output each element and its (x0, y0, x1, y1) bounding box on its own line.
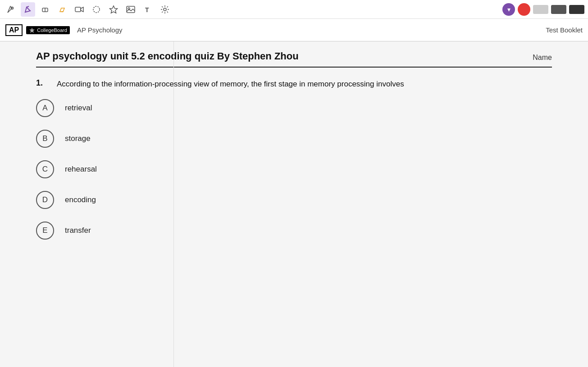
question-text: According to the information-processing … (57, 78, 404, 90)
content-divider (173, 41, 174, 367)
question-text-row: 1. According to the information-processi… (36, 78, 552, 90)
svg-rect-5 (75, 7, 81, 12)
image-icon[interactable] (123, 2, 138, 17)
color-picker-red[interactable] (518, 3, 530, 16)
question-number: 1. (36, 78, 50, 88)
answer-choices: AretrievalBstorageCrehearsalDencodingEtr… (36, 99, 552, 240)
answer-choice-a[interactable]: Aretrieval (36, 99, 552, 117)
test-booklet-label: Test Booklet (546, 26, 583, 34)
main-content: AP psychology unit 5.2 encoding quiz By … (0, 41, 588, 367)
svg-point-6 (93, 6, 100, 13)
video-icon[interactable] (72, 2, 87, 17)
pen-icon[interactable] (21, 2, 35, 17)
stroke-width-medium[interactable] (551, 5, 566, 14)
choice-label-e: transfer (65, 226, 91, 235)
star-icon[interactable] (106, 2, 121, 17)
svg-marker-7 (110, 6, 118, 13)
choice-circle-a: A (36, 99, 54, 117)
title-row: AP psychology unit 5.2 encoding quiz By … (36, 50, 552, 65)
answer-choice-c[interactable]: Crehearsal (36, 160, 552, 178)
svg-line-1 (27, 6, 29, 7)
choice-circle-c: C (36, 160, 54, 178)
answer-choice-d[interactable]: Dencoding (36, 191, 552, 209)
ap-logo: AP (5, 24, 23, 36)
color-picker-purple[interactable]: ▾ (502, 3, 515, 16)
choice-label-c: rehearsal (65, 165, 97, 174)
collegeboard-text: CollegeBoard (37, 27, 67, 33)
choice-label-a: retrieval (65, 104, 92, 113)
quiz-title: AP psychology unit 5.2 encoding quiz By … (36, 50, 299, 62)
highlighter-icon[interactable] (55, 2, 69, 17)
settings-icon[interactable] (158, 2, 172, 17)
choice-circle-e: E (36, 222, 54, 240)
lasso-icon[interactable] (89, 2, 104, 17)
ap-logo-text: AP (9, 26, 19, 34)
stroke-width-thick[interactable] (569, 5, 584, 14)
svg-text:T: T (145, 6, 149, 14)
answer-choice-e[interactable]: Etransfer (36, 222, 552, 240)
header-bar: AP CollegeBoard AP Psychology Test Bookl… (0, 19, 588, 41)
choice-label-b: storage (65, 134, 91, 143)
toolbar: T ▾ (0, 0, 588, 19)
stroke-width-thin[interactable] (533, 5, 548, 14)
eraser-icon[interactable] (38, 2, 52, 17)
collegeboard-badge: CollegeBoard (26, 26, 70, 34)
header-subject: AP Psychology (77, 26, 123, 34)
choice-label-d: encoding (65, 195, 96, 204)
answer-choice-b[interactable]: Bstorage (36, 130, 552, 148)
choice-circle-b: B (36, 130, 54, 148)
text-icon[interactable]: T (141, 2, 155, 17)
choice-circle-d: D (36, 191, 54, 209)
question-block: 1. According to the information-processi… (36, 78, 552, 90)
svg-point-11 (164, 8, 166, 11)
pen-tool-icon[interactable] (4, 2, 18, 17)
name-label: Name (533, 54, 552, 62)
title-divider (36, 67, 552, 68)
